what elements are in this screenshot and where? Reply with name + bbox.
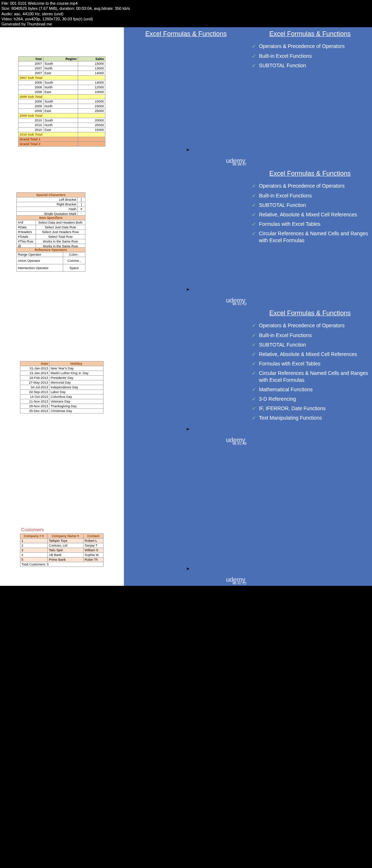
list-item: Operators & Precedence of Operators bbox=[252, 321, 368, 330]
list-item: Operators & Precedence of Operators bbox=[252, 181, 368, 191]
slide-bullet-list: Operators & Precedence of Operators Buil… bbox=[248, 38, 372, 70]
thumbnail-3: Excel Formulas & Functions Operators & P… bbox=[248, 27, 372, 167]
list-item: Mathematical Functions bbox=[252, 385, 368, 394]
thumbnail-4: Special Characters Left Bracket[ Right B… bbox=[0, 167, 124, 307]
list-item: Built-in Excel Functions bbox=[252, 51, 368, 61]
list-item: Relative, Absolute & Mixed Cell Referenc… bbox=[252, 349, 368, 359]
thumbnail-9: Excel Formulas & Functions Operators & P… bbox=[248, 307, 372, 446]
list-item: Text Manipulating Functions bbox=[252, 413, 368, 423]
dropdown-icon[interactable]: ▾ bbox=[77, 534, 79, 538]
thumbnail-grid: YearRegionSales 2007South15000 2007North… bbox=[0, 27, 372, 586]
holidays-table: DateHoliday 01-Jan-2013New Year's Day 21… bbox=[20, 361, 104, 413]
cursor-icon: ➤ bbox=[186, 566, 190, 571]
slide-title: Excel Formulas & Functions bbox=[248, 309, 372, 317]
list-item: Formulas with Excel Tables bbox=[252, 219, 368, 229]
list-item: 3-D Referencing bbox=[252, 394, 368, 404]
meta-generator: Generated by Thumbnail me bbox=[1, 21, 371, 27]
timestamp: 00:00:37 bbox=[232, 163, 247, 166]
slide-bullet-list: Operators & Precedence of Operators Buil… bbox=[248, 177, 372, 245]
slide-title: Excel Formulas & Functions bbox=[248, 30, 372, 38]
slide-title: Excel Formulas & Functions bbox=[124, 30, 248, 38]
customers-title: Customers bbox=[21, 527, 44, 532]
dropdown-icon[interactable]: ▾ bbox=[42, 534, 44, 538]
sales-subtotal-table: YearRegionSales 2007South15000 2007North… bbox=[18, 56, 105, 147]
list-item: SUBTOTAL Function bbox=[252, 61, 368, 70]
thumbnail-11: ➤ udemy 00:02:25 bbox=[124, 446, 248, 586]
slide-bullet-list: Operators & Precedence of Operators Buil… bbox=[248, 317, 372, 423]
timestamp: 00:02:25 bbox=[232, 582, 247, 585]
timestamp: 00:01:48 bbox=[232, 442, 247, 445]
meta-file: File: 001 0101 Welcome to the course.mp4 bbox=[1, 1, 371, 6]
meta-size: Size: 8040525 bytes (7.67 MiB), duration… bbox=[1, 6, 371, 11]
list-item: IF, IFERROR, Date Functions bbox=[252, 404, 368, 413]
thumbnail-10: Customers Company # ▾ Company Name ▾ Con… bbox=[0, 446, 124, 586]
list-item: Circular References & Named Cells and Ra… bbox=[252, 229, 368, 245]
thumbnail-6: Excel Formulas & Functions Operators & P… bbox=[248, 167, 372, 307]
file-metadata: File: 001 0101 Welcome to the course.mp4… bbox=[0, 0, 372, 27]
list-item: SUBTOTAL Function bbox=[252, 340, 368, 349]
thumbnail-1: YearRegionSales 2007South15000 2007North… bbox=[0, 27, 124, 167]
list-item: Built-in Excel Functions bbox=[252, 191, 368, 200]
special-characters-table: Special Characters Left Bracket[ Right B… bbox=[16, 192, 85, 216]
thumbnail-7: DateHoliday 01-Jan-2013New Year's Day 21… bbox=[0, 307, 124, 446]
list-item: Built-in Excel Functions bbox=[252, 331, 368, 340]
cursor-icon: ➤ bbox=[186, 287, 190, 292]
cursor-icon: ➤ bbox=[186, 147, 190, 152]
item-specifiers-table: Item Specifiers #AllSelect Data and Head… bbox=[16, 215, 85, 249]
meta-audio: Audio: aac, 44100 Hz, stereo (und) bbox=[1, 11, 371, 16]
meta-video: Video: h264, yuv420p, 1280x720, 30.03 fp… bbox=[1, 16, 371, 21]
slide-title: Excel Formulas & Functions bbox=[248, 170, 372, 177]
timestamp: 00:01:13 bbox=[232, 303, 247, 306]
customers-table: Company # ▾ Company Name ▾ Contact 1Tail… bbox=[20, 533, 104, 567]
thumbnail-5: ➤ udemy 00:01:13 bbox=[124, 167, 248, 307]
thumbnail-8: ➤ udemy 00:01:48 bbox=[124, 307, 248, 446]
list-item: Relative, Absolute & Mixed Cell Referenc… bbox=[252, 210, 368, 219]
reference-operators-table: Reference Operators Range OperatorColon … bbox=[16, 247, 85, 272]
list-item: Formulas with Excel Tables bbox=[252, 359, 368, 368]
list-item: Circular References & Named Cells and Ra… bbox=[252, 368, 368, 384]
cursor-icon: ➤ bbox=[186, 427, 190, 432]
thumbnail-2: Excel Formulas & Functions ➤ udemy 00:00… bbox=[124, 27, 248, 167]
thumbnail-12 bbox=[248, 446, 372, 586]
list-item: Operators & Precedence of Operators bbox=[252, 41, 368, 51]
list-item: SUBTOTAL Function bbox=[252, 200, 368, 210]
